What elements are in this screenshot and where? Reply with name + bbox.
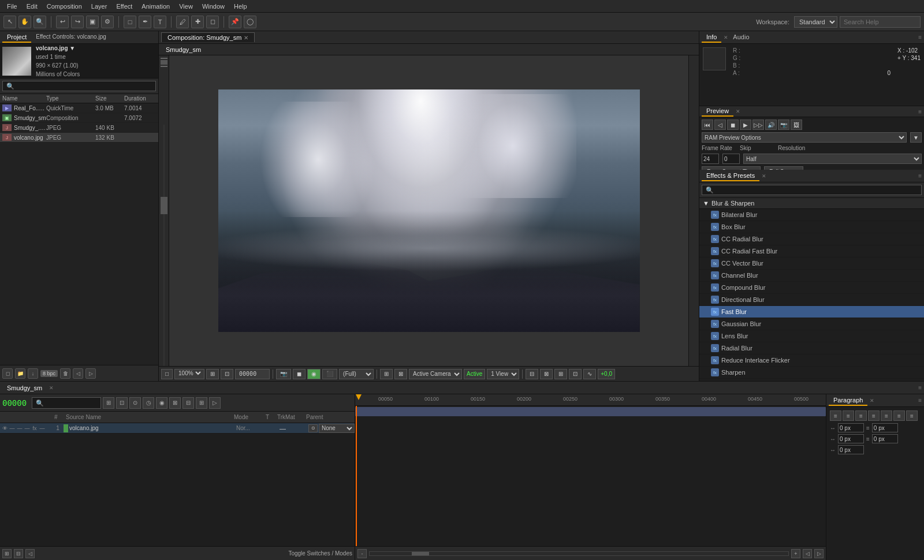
- tl-btn-1[interactable]: ⊞: [103, 397, 114, 409]
- effect-item-fast-blur[interactable]: fx Fast Blur: [699, 306, 924, 318]
- view-layout3-btn[interactable]: ⊞: [554, 369, 567, 379]
- viewer-square-btn[interactable]: □: [161, 369, 173, 379]
- paragraph-menu[interactable]: ≡: [918, 397, 922, 404]
- cam-btn[interactable]: 📷: [276, 369, 291, 379]
- viewer-tab[interactable]: Smudgy_sm: [163, 46, 203, 53]
- effect-item[interactable]: fx CC Vector Blur: [699, 257, 924, 270]
- tool-undo[interactable]: ↩: [56, 16, 69, 28]
- menu-file[interactable]: File: [2, 2, 22, 11]
- tool-settings[interactable]: ⚙: [101, 16, 114, 28]
- tab-effect-controls[interactable]: Effect Controls: volcano.jpg: [31, 32, 111, 42]
- tool-brush[interactable]: 🖊: [176, 16, 189, 28]
- para-space-after[interactable]: [872, 434, 898, 443]
- play-stop-btn[interactable]: ◼: [293, 369, 305, 379]
- tool-arrow[interactable]: ↖: [3, 16, 16, 28]
- layer-track-bar[interactable]: [355, 407, 826, 416]
- audio-btn[interactable]: 🔊: [765, 120, 777, 130]
- comp-tab-active[interactable]: Composition: Smudgy_sm ✕: [161, 32, 255, 42]
- layer-parent-icon[interactable]: ⊙: [308, 424, 318, 432]
- para-first-indent[interactable]: [838, 445, 864, 454]
- align-center-btn[interactable]: ≡: [843, 410, 854, 421]
- paragraph-close[interactable]: ✕: [870, 398, 874, 404]
- timeline-menu[interactable]: ≡: [918, 384, 922, 391]
- ram-preview-options-btn[interactable]: ▼: [910, 132, 922, 143]
- viewer-right-scroll[interactable]: [688, 55, 699, 366]
- import-btn[interactable]: ↓: [28, 368, 38, 379]
- trash-btn[interactable]: 🗑: [60, 368, 70, 379]
- stop-btn[interactable]: ◼: [727, 120, 739, 130]
- view-layout2-btn[interactable]: ⊠: [540, 369, 553, 379]
- view-layout-btn[interactable]: ⊟: [526, 369, 538, 379]
- tl-btn-2[interactable]: ⊡: [116, 397, 128, 409]
- tb-btn-2[interactable]: ⊟: [14, 549, 23, 558]
- first-frame-btn[interactable]: ⏮: [702, 120, 713, 130]
- timeline-close[interactable]: ✕: [49, 385, 54, 391]
- info-close[interactable]: ✕: [724, 35, 728, 40]
- new-comp-btn[interactable]: ◻: [2, 368, 13, 379]
- tab-preview[interactable]: Preview: [702, 106, 733, 117]
- effect-item[interactable]: fx Radial Blur: [699, 342, 924, 354]
- effect-item[interactable]: fx Channel Blur: [699, 270, 924, 282]
- timeline-tracks[interactable]: [355, 406, 826, 546]
- layer-lock[interactable]: —: [16, 425, 23, 432]
- list-item[interactable]: ▣ Smudgy_sm Composition 7.0072: [0, 113, 158, 123]
- vertical-scrollbar[interactable]: [163, 125, 165, 366]
- grid2-btn[interactable]: ⊞: [380, 369, 393, 379]
- tl-btn-expand[interactable]: ▷: [209, 397, 221, 409]
- zoom-dropdown[interactable]: 100%: [176, 369, 203, 377]
- motion-btn[interactable]: ∿: [583, 369, 596, 379]
- tool-redo[interactable]: ↪: [71, 16, 84, 28]
- snap-btn[interactable]: ⊡: [569, 369, 582, 379]
- layer-motion-blur[interactable]: —: [39, 425, 46, 432]
- tool-zoom[interactable]: 🔍: [33, 16, 46, 28]
- preview-menu[interactable]: ≡: [918, 109, 922, 115]
- effects-search-input[interactable]: [702, 185, 922, 195]
- tl-btn-3[interactable]: ⊙: [129, 397, 141, 409]
- list-item[interactable]: J volcano.jpg JPEG 132 KB: [0, 133, 158, 143]
- prev-btn[interactable]: ◁: [73, 368, 83, 379]
- effect-item[interactable]: fx Reduce Interlace Flicker: [699, 354, 924, 367]
- menu-view[interactable]: View: [174, 2, 198, 11]
- resolution-select[interactable]: (Full) Half Quarter: [339, 369, 374, 379]
- tool-roto[interactable]: ◯: [244, 16, 256, 28]
- preview-close[interactable]: ✕: [736, 109, 740, 114]
- tool-clone[interactable]: ✚: [191, 16, 204, 28]
- list-item[interactable]: J Smudgy_....jpg JPEG 140 KB: [0, 123, 158, 133]
- align-justify3-btn[interactable]: ≡: [893, 410, 905, 421]
- layer-eye[interactable]: 👁: [1, 425, 8, 432]
- timeline-tab-smudgy[interactable]: Smudgy_sm: [2, 383, 47, 393]
- overlay-btn[interactable]: ⊠: [394, 369, 407, 379]
- project-search-input[interactable]: [2, 81, 156, 91]
- tab-paragraph[interactable]: Paragraph: [829, 395, 867, 406]
- effects-menu[interactable]: ≡: [918, 173, 922, 179]
- effect-item[interactable]: fx Bilateral Blur: [699, 209, 924, 221]
- effect-category-blur[interactable]: ▼ Blur & Sharpen: [699, 198, 924, 209]
- align-left-btn[interactable]: ≡: [830, 410, 841, 421]
- frame-rate-input[interactable]: [702, 154, 719, 164]
- skip-input[interactable]: [722, 154, 740, 164]
- menu-composition[interactable]: Composition: [42, 2, 87, 11]
- layer-effects[interactable]: fx: [31, 425, 38, 432]
- menu-layer[interactable]: Layer: [87, 2, 112, 11]
- tbc-zoom-in[interactable]: +: [791, 549, 800, 558]
- tl-btn-4[interactable]: ◷: [143, 397, 154, 409]
- zoom-select[interactable]: 100%: [174, 369, 204, 379]
- tb-btn-1[interactable]: ⊞: [2, 549, 12, 558]
- comp-tab-close[interactable]: ✕: [244, 35, 248, 41]
- tl-btn-7[interactable]: ⊟: [182, 397, 194, 409]
- align-justify4-btn[interactable]: ≡: [906, 410, 918, 421]
- effect-item[interactable]: fx Compound Blur: [699, 282, 924, 294]
- ram-preview-select[interactable]: RAM Preview Options: [702, 132, 907, 143]
- menu-help[interactable]: Help: [229, 2, 252, 11]
- play-btn[interactable]: ▶: [740, 120, 751, 130]
- tool-erase[interactable]: ◻: [206, 16, 219, 28]
- tb-btn-3[interactable]: ◁: [25, 549, 35, 558]
- tool-rect[interactable]: □: [124, 16, 136, 28]
- full-btn[interactable]: ⬛: [322, 369, 337, 379]
- snapshot-view-btn[interactable]: 🖼: [791, 120, 802, 130]
- para-left-indent[interactable]: [838, 423, 864, 432]
- menu-effect[interactable]: Effect: [111, 2, 137, 11]
- effect-item[interactable]: fx CC Radial Fast Blur: [699, 245, 924, 257]
- tab-project[interactable]: Project: [2, 32, 31, 43]
- effect-item[interactable]: fx Lens Blur: [699, 330, 924, 342]
